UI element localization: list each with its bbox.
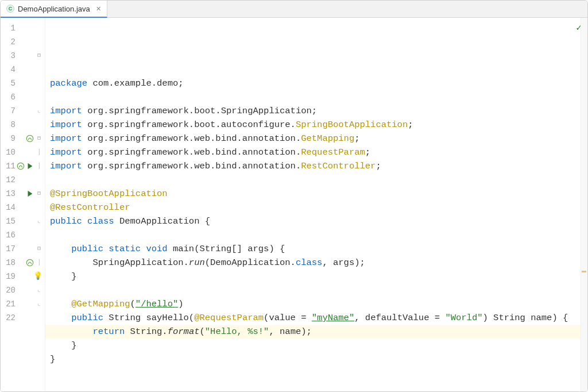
line-number: 11 <box>1 159 16 173</box>
code-line[interactable] <box>50 228 587 242</box>
close-tab-icon[interactable]: ✕ <box>96 5 101 13</box>
token-str: "World" <box>445 313 482 323</box>
code-line[interactable]: import org.springframework.web.bind.anno… <box>50 132 587 145</box>
gutter-row[interactable]: 10│ <box>1 145 45 159</box>
token-ann-yellow: GetMapping <box>301 133 354 144</box>
token-ann-yellow: @GetMapping <box>71 299 130 309</box>
token-plain: , args); <box>322 258 365 268</box>
gutter-row[interactable]: 15⌞ <box>1 214 45 228</box>
gutter-annotation[interactable]: ⌞ <box>17 301 42 308</box>
gutter-annotation[interactable]: ⊟ <box>17 134 42 143</box>
token-plain: ; <box>365 147 370 157</box>
gutter-annotation[interactable]: │ <box>17 259 42 267</box>
gutter-annotation[interactable]: ⌞ <box>17 287 42 294</box>
gutter-row[interactable]: 12 <box>1 173 45 187</box>
code-line[interactable] <box>50 90 587 104</box>
token-ann-yellow: RequestParam <box>301 147 365 157</box>
line-number: 3 <box>1 49 16 63</box>
gutter-annotation[interactable]: │ <box>17 162 42 170</box>
gutter-row[interactable]: 16 <box>1 228 45 242</box>
gutter-row[interactable]: 18│ <box>1 256 45 270</box>
token-ann-yellow: SpringBootApplication <box>296 120 408 130</box>
code-editor[interactable]: 123⊟4567⌞89⊟10│11│1213⊟1415⌞1617⊟18│19💡2… <box>1 18 587 391</box>
line-number: 22 <box>1 311 16 325</box>
gutter-row[interactable]: 22 <box>1 311 45 325</box>
line-number: 20 <box>1 283 16 297</box>
class-file-icon: C <box>6 5 14 13</box>
gutter-annotation[interactable]: ⊟ <box>17 52 42 59</box>
gutter-row[interactable]: 4 <box>1 63 45 76</box>
gutter-row[interactable]: 2 <box>1 35 45 49</box>
code-line[interactable] <box>50 366 587 380</box>
gutter-row[interactable]: 11│ <box>1 159 45 173</box>
code-line[interactable]: import org.springframework.web.bind.anno… <box>50 159 587 173</box>
code-line[interactable]: } <box>50 352 587 366</box>
gutter-row[interactable]: 13⊟ <box>1 187 45 201</box>
line-number: 18 <box>1 256 16 270</box>
svg-point-1 <box>17 163 24 169</box>
gutter-annotation[interactable]: ⌞ <box>17 107 42 114</box>
code-line[interactable]: public static void main(String[] args) { <box>50 242 587 256</box>
gutter-row[interactable]: 17⊟ <box>1 242 45 256</box>
gutter-annotation[interactable]: ⊟ <box>17 190 42 198</box>
code-line[interactable]: return String.format("Hello, %s!", name)… <box>45 325 587 339</box>
line-number: 7 <box>1 104 16 118</box>
token-plain <box>50 326 92 337</box>
code-line[interactable]: import org.springframework.boot.autoconf… <box>50 118 587 132</box>
token-plain: } <box>50 340 77 351</box>
token-kw: import <box>50 161 87 171</box>
gutter-row[interactable]: 21⌞ <box>1 297 45 311</box>
code-area[interactable]: ✓ package com.example.demo; import org.s… <box>45 18 587 391</box>
token-plain: (value = <box>264 313 312 323</box>
code-line[interactable]: @SpringBootApplication <box>50 187 587 201</box>
token-str-u: "/hello" <box>136 299 178 309</box>
gutter-row[interactable]: 1 <box>1 21 45 35</box>
gutter-row[interactable]: 7⌞ <box>1 104 45 118</box>
code-line[interactable]: @RestController <box>50 201 587 214</box>
gutter[interactable]: 123⊟4567⌞89⊟10│11│1213⊟1415⌞1617⊟18│19💡2… <box>1 18 45 391</box>
code-line[interactable]: public class DemoApplication { <box>50 214 587 228</box>
code-line[interactable]: @GetMapping("/hello") <box>50 297 587 311</box>
gutter-row[interactable]: 6 <box>1 90 45 104</box>
code-line[interactable]: SpringApplication.run(DemoApplication.cl… <box>50 256 587 270</box>
token-plain: org.springframework.web.bind.annotation. <box>87 147 301 157</box>
token-kw: import <box>50 147 87 157</box>
code-line[interactable]: import org.springframework.boot.SpringAp… <box>50 104 587 118</box>
token-italic: format <box>168 326 200 337</box>
token-plain: DemoApplication { <box>119 216 210 226</box>
line-number: 12 <box>1 173 16 187</box>
token-plain: org.springframework.web.bind.annotation. <box>87 161 301 171</box>
gutter-row[interactable]: 8 <box>1 118 45 132</box>
gutter-row[interactable]: 14 <box>1 201 45 214</box>
gutter-row[interactable]: 5 <box>1 76 45 90</box>
code-line[interactable]: } <box>50 270 587 283</box>
code-line[interactable]: import org.springframework.web.bind.anno… <box>50 145 587 159</box>
scrollbar[interactable] <box>581 18 587 391</box>
code-line[interactable] <box>50 283 587 297</box>
token-plain: org.springframework.boot.autoconfigure. <box>87 120 296 130</box>
token-kw: public class <box>50 216 119 226</box>
token-plain: String sayHello( <box>109 313 194 323</box>
gutter-row[interactable]: 19💡 <box>1 270 45 283</box>
gutter-row[interactable]: 9⊟ <box>1 132 45 145</box>
token-plain <box>50 313 71 323</box>
code-line[interactable]: } <box>50 339 587 352</box>
token-ann-yellow: @RequestParam <box>194 313 264 323</box>
file-tab[interactable]: C DemoApplication.java ✕ <box>1 1 107 18</box>
gutter-annotation[interactable]: 💡 <box>17 270 42 283</box>
token-plain <box>50 299 71 309</box>
warning-marker[interactable] <box>582 271 586 272</box>
code-line[interactable]: package com.example.demo; <box>50 76 587 90</box>
gutter-annotation[interactable]: │ <box>17 149 42 156</box>
gutter-row[interactable]: 3⊟ <box>1 49 45 63</box>
code-line[interactable]: public String sayHello(@RequestParam(val… <box>50 311 587 325</box>
token-plain: , defaultValue = <box>354 313 445 323</box>
code-line[interactable] <box>50 173 587 187</box>
gutter-annotation[interactable]: ⊟ <box>17 245 42 252</box>
line-number: 5 <box>1 76 16 90</box>
gutter-row[interactable]: 20⌞ <box>1 283 45 297</box>
line-number: 9 <box>1 132 16 145</box>
gutter-annotation[interactable]: ⌞ <box>17 218 42 225</box>
token-plain <box>50 244 71 254</box>
line-number: 1 <box>1 21 16 35</box>
